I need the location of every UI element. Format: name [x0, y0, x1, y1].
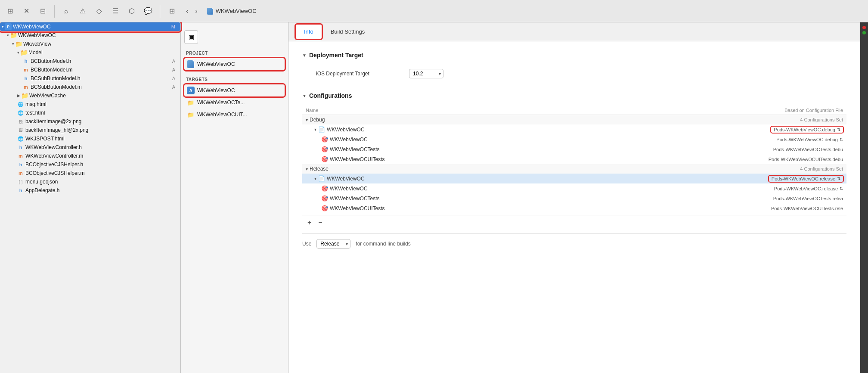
- hierarchy-icon[interactable]: ⊟: [38, 6, 47, 16]
- panel-view-icon: ▣: [189, 34, 194, 40]
- nav-item[interactable]: m BCSubButtonModel.m A: [0, 83, 180, 91]
- tab-build-settings[interactable]: Build Settings: [322, 24, 374, 39]
- nav-item[interactable]: 🖼 backItemImage_hl@2x.png: [0, 126, 180, 134]
- targets-item-uitests[interactable]: 📁 WKWebViewOCUIT...: [184, 109, 285, 121]
- grid-icon[interactable]: ⊞: [5, 6, 15, 16]
- speech-icon[interactable]: 💬: [143, 6, 153, 16]
- configurations-table: Name Based on Configuration File ▾ Debug: [302, 106, 846, 213]
- list-icon[interactable]: ☰: [111, 6, 120, 16]
- target-app-icon: A: [187, 87, 195, 94]
- use-release-select[interactable]: Release Debug: [316, 239, 350, 249]
- nav-item[interactable]: 🌐 test.html: [0, 109, 180, 117]
- release-wkwebviewoc-target-row[interactable]: 🎯 WKWebViewOC Pods-WKWebViewOC.release ⇅: [302, 183, 846, 193]
- grid2-icon[interactable]: ⊞: [167, 6, 177, 16]
- add-config-button[interactable]: +: [306, 219, 313, 227]
- nav-item[interactable]: m BCButtonModel.m A: [0, 65, 180, 74]
- nav-buttons: ‹ ›: [183, 6, 200, 16]
- tab-info[interactable]: Info: [295, 24, 322, 39]
- tab-build-settings-label: Build Settings: [331, 28, 365, 35]
- nav-root-item[interactable]: ▾ P WKWebViewOC M: [0, 22, 180, 31]
- nav-item[interactable]: 🖼 backItemImage@2x.png: [0, 117, 180, 126]
- debug-wkwebviewoc-doc-row[interactable]: ▾ 📄 WKWebViewOC Pods-WKWebViewOC.debug ⇅: [302, 124, 846, 134]
- breadcrumb-title: WKWebViewOC: [216, 8, 257, 14]
- ios-version-select-wrapper: 10.2: [409, 69, 443, 78]
- debug-target-label: WKWebViewOC: [330, 137, 368, 143]
- debug-tests-row[interactable]: 🎯 WKWebViewOCTests Pods-WKWebViewOCTests…: [302, 144, 846, 154]
- nav-item[interactable]: ▾ 📁 WKWebViewOC: [0, 31, 180, 40]
- debug-group-row[interactable]: ▾ Debug 4 Configurations Set: [302, 115, 846, 125]
- nav-item[interactable]: { } menu.geojson: [0, 177, 180, 186]
- nav-label: WebViewCache: [29, 93, 66, 99]
- nav-label: WKJSPOST.html: [25, 136, 65, 142]
- debug-triangle: ▾: [306, 118, 308, 122]
- uitests-circle-icon: 🎯: [321, 156, 328, 162]
- name-col-header: Name: [302, 106, 582, 115]
- panel-view-toggle[interactable]: ▣: [184, 30, 198, 44]
- nav-item[interactable]: 🌐 WKJSPOST.html: [0, 134, 180, 143]
- release-uitests-row[interactable]: 🎯 WKWebViewOCUITests Pods-WKWebViewOCUIT…: [302, 203, 846, 213]
- deployment-target-header: ▼ Deployment Target: [302, 52, 846, 59]
- release-uitests-icon: 🎯: [321, 205, 328, 211]
- nav-label: BCSubButtonModel.m: [31, 84, 82, 90]
- nav-item[interactable]: m WKWebViewController.m: [0, 152, 180, 160]
- nav-item[interactable]: ▾ 📁 WkwebView: [0, 40, 180, 48]
- search-icon[interactable]: ⌕: [62, 6, 71, 16]
- tag-icon[interactable]: ⬡: [127, 6, 136, 16]
- nav-label: BCObjectiveCJSHelper.m: [25, 170, 84, 176]
- nav-item[interactable]: 🌐 msg.html: [0, 100, 180, 109]
- release-group-row[interactable]: ▾ Release 4 Configurations Set: [302, 164, 846, 174]
- configurations-triangle[interactable]: ▼: [302, 93, 307, 98]
- debug-target-value: Pods-WKWebViewOC.debug: [776, 137, 838, 142]
- config-bottom-bar: + −: [302, 215, 846, 230]
- target-folder2-icon: 📁: [187, 111, 195, 118]
- nav-badge: A: [172, 59, 179, 64]
- nav-item[interactable]: h BCSubButtonModel.h A: [0, 74, 180, 83]
- nav-item[interactable]: h WKWebViewController.h: [0, 143, 180, 152]
- debug-target-arrow: ⇅: [840, 137, 843, 142]
- release-wkwebviewoc-doc-row[interactable]: ▾ 📄 WKWebViewOC Pods-WKWebViewOC.release…: [302, 174, 846, 183]
- nav-back-button[interactable]: ‹: [183, 6, 191, 16]
- release-doc-icon: 📄: [318, 175, 325, 182]
- root-triangle: ▾: [2, 25, 4, 29]
- nav-item[interactable]: h AppDelegate.h: [0, 186, 180, 195]
- targets-item-tests[interactable]: 📁 WKWebViewOCTe...: [184, 96, 285, 109]
- project-item-wkwebviewoc[interactable]: WKWebViewOC: [184, 58, 285, 70]
- nav-label: AppDelegate.h: [25, 187, 59, 193]
- debug-wkwebviewoc-target-row[interactable]: 🎯 WKWebViewOC Pods-WKWebViewOC.debug ⇅: [302, 134, 846, 144]
- deployment-triangle[interactable]: ▼: [302, 53, 307, 58]
- nav-forward-button[interactable]: ›: [192, 6, 200, 16]
- nav-label: WkwebView: [23, 41, 51, 47]
- nav-item[interactable]: m BCObjectiveCJSHelper.m: [0, 169, 180, 177]
- release-uitests-value: Pods-WKWebViewOCUITests.rele: [771, 206, 843, 211]
- nav-badge: A: [172, 84, 179, 90]
- nav-label: backItemImage@2x.png: [25, 118, 81, 124]
- triangle-icon: ▾: [12, 42, 14, 46]
- remove-config-button[interactable]: −: [316, 219, 324, 227]
- targets-item-wkwebviewoc[interactable]: A WKWebViewOC: [184, 84, 285, 96]
- warning-icon[interactable]: ⚠: [78, 6, 87, 16]
- nav-item[interactable]: h BCObjectiveCJSHelper.h: [0, 160, 180, 169]
- diamond-icon[interactable]: ◇: [94, 6, 104, 16]
- project-panel: ▣ PROJECT WKWebViewOC TARGETS A WKWebVie…: [181, 22, 288, 373]
- triangle-icon: ▶: [17, 93, 20, 98]
- settings-tabs: Info Build Settings: [288, 22, 860, 41]
- nav-label: Model: [28, 50, 43, 56]
- release-tests-row[interactable]: 🎯 WKWebViewOCTests Pods-WKWebViewOCTests…: [302, 193, 846, 203]
- debug-uitests-row[interactable]: 🎯 WKWebViewOCUITests Pods-WKWebViewOCUIT…: [302, 154, 846, 164]
- deployment-target-row: iOS Deployment Target 10.2: [302, 65, 846, 82]
- m-icon: m: [22, 66, 29, 73]
- configurations-title: Configurations: [309, 92, 352, 99]
- nav-item[interactable]: ▶ 📁 WebViewCache: [0, 91, 180, 100]
- ios-version-select[interactable]: 10.2: [409, 69, 443, 78]
- release-doc-triangle: ▾: [314, 176, 316, 181]
- nav-label: menu.geojson: [25, 179, 58, 185]
- use-row: Use Release Debug for command-line build…: [302, 233, 846, 249]
- target-folder-icon: 📁: [187, 99, 195, 106]
- nav-item[interactable]: ▾ 📁 Model: [0, 48, 180, 57]
- h-icon: h: [17, 144, 24, 151]
- xmark-icon[interactable]: ✕: [22, 6, 31, 16]
- debug-doc-arrow: ⇅: [837, 127, 840, 132]
- nav-item[interactable]: h BCButtonModel.h A: [0, 57, 180, 65]
- toolbar: ⊞ ✕ ⊟ ⌕ ⚠ ◇ ☰ ⬡ 💬 ⊞ ‹ › WKWebViewOC: [0, 0, 868, 22]
- nav-label: BCButtonModel.h: [31, 58, 71, 64]
